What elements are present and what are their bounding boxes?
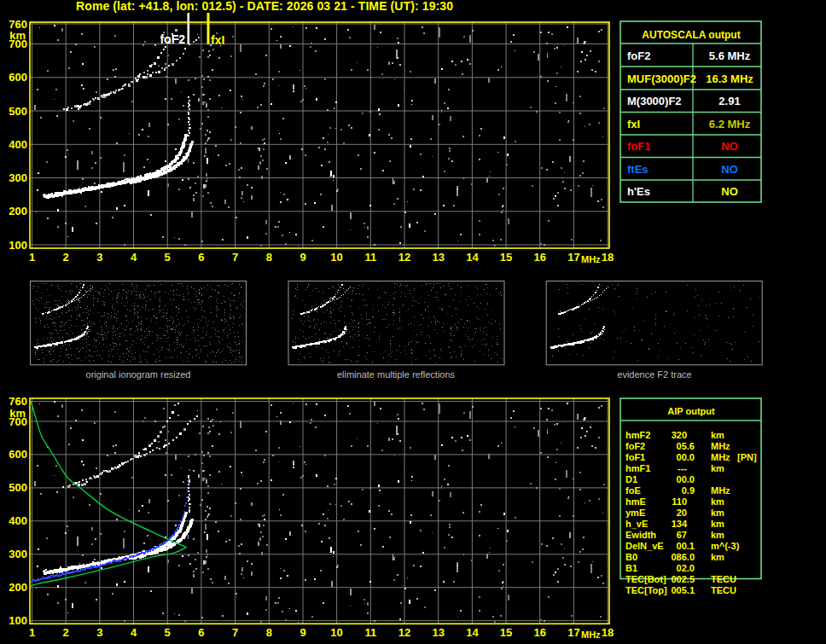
svg-text:h_vE: h_vE	[625, 519, 648, 529]
svg-text:foF2: foF2	[627, 49, 650, 62]
svg-text:6: 6	[198, 626, 204, 639]
svg-text:8: 8	[266, 626, 272, 639]
svg-text:m^(-3): m^(-3)	[711, 541, 740, 551]
svg-text:7: 7	[232, 626, 238, 639]
svg-text:0.9: 0.9	[682, 485, 695, 496]
svg-text:5: 5	[165, 251, 171, 264]
svg-text:hmE: hmE	[625, 496, 646, 507]
svg-text:500: 500	[9, 105, 27, 118]
svg-text:300: 300	[9, 548, 27, 560]
svg-text:005.1: 005.1	[671, 585, 695, 595]
svg-text:foF1: foF1	[627, 140, 650, 153]
svg-text:4: 4	[131, 251, 137, 264]
svg-text:100: 100	[9, 239, 27, 252]
svg-text:18: 18	[602, 251, 614, 264]
svg-text:foE: foE	[625, 485, 641, 496]
svg-text:MHz: MHz	[581, 629, 601, 640]
svg-text:00.0: 00.0	[677, 452, 695, 462]
svg-text:11: 11	[364, 626, 376, 639]
svg-text:002.5: 002.5	[671, 574, 695, 584]
svg-text:hmF1: hmF1	[625, 463, 650, 473]
svg-text:8: 8	[266, 251, 272, 264]
svg-text:11: 11	[364, 251, 376, 264]
svg-text:500: 500	[9, 481, 27, 494]
svg-text:02.0: 02.0	[677, 563, 695, 573]
svg-text:AIP output: AIP output	[667, 406, 715, 416]
svg-text:00.1: 00.1	[677, 541, 695, 551]
svg-text:MHz: MHz	[581, 254, 601, 264]
svg-text:9: 9	[300, 251, 305, 264]
svg-text:hmF2: hmF2	[625, 430, 650, 440]
svg-text:B1: B1	[625, 563, 637, 573]
svg-text:10: 10	[330, 251, 342, 264]
svg-text:13: 13	[432, 626, 444, 639]
svg-text:9: 9	[300, 626, 305, 639]
svg-text:16.3 MHz: 16.3 MHz	[706, 73, 753, 85]
svg-text:eliminate multiple reflections: eliminate multiple reflections	[337, 369, 456, 380]
svg-text:h'Es: h'Es	[627, 185, 650, 198]
svg-text:20: 20	[677, 508, 687, 518]
svg-text:TECU: TECU	[711, 574, 736, 584]
svg-text:---: ---	[678, 463, 687, 473]
svg-text:12: 12	[398, 251, 410, 264]
svg-text:12: 12	[398, 626, 410, 639]
svg-text:3: 3	[96, 626, 102, 639]
svg-text:1: 1	[29, 251, 35, 264]
svg-text:134: 134	[672, 519, 688, 529]
svg-text:fxI: fxI	[211, 33, 224, 47]
svg-text:km: km	[711, 519, 724, 529]
svg-text:18: 18	[602, 626, 614, 639]
svg-text:km: km	[711, 552, 724, 562]
svg-text:MHz: MHz	[711, 441, 730, 451]
svg-text:400: 400	[9, 138, 27, 151]
svg-text:14: 14	[466, 251, 479, 264]
svg-text:110: 110	[672, 496, 687, 507]
svg-text:AUTOSCALA output: AUTOSCALA output	[642, 29, 740, 41]
svg-text:MHz: MHz	[711, 485, 730, 496]
svg-text:MUF(3000)F2: MUF(3000)F2	[627, 73, 696, 85]
svg-text:300: 300	[9, 171, 27, 184]
svg-text:km: km	[711, 530, 724, 540]
svg-text:086.0: 086.0	[671, 552, 695, 562]
svg-text:km: km	[711, 463, 724, 473]
svg-text:15: 15	[500, 251, 512, 264]
svg-text:05.6: 05.6	[677, 441, 695, 451]
svg-text:3: 3	[96, 251, 102, 264]
svg-text:13: 13	[432, 251, 444, 264]
svg-text:MHz: MHz	[711, 452, 730, 462]
svg-text:16: 16	[533, 251, 545, 264]
svg-text:NO: NO	[721, 185, 738, 198]
svg-text:5: 5	[165, 626, 171, 639]
svg-text:foF2: foF2	[160, 32, 185, 46]
svg-text:200: 200	[9, 581, 27, 594]
svg-text:TEC[Top]: TEC[Top]	[625, 585, 667, 595]
svg-text:km: km	[711, 430, 724, 440]
svg-text:TECU: TECU	[711, 585, 736, 595]
svg-text:km: km	[711, 496, 724, 507]
svg-text:100: 100	[9, 614, 27, 627]
svg-text:Rome (lat: +41.8, lon: 012.5): Rome (lat: +41.8, lon: 012.5) - DATE: 20…	[76, 0, 453, 13]
svg-text:foF1: foF1	[625, 452, 645, 462]
svg-text:NO: NO	[721, 140, 738, 153]
svg-text:km: km	[9, 29, 26, 42]
svg-text:2: 2	[63, 251, 69, 264]
svg-text:00.0: 00.0	[677, 474, 695, 484]
svg-text:200: 200	[9, 205, 27, 218]
svg-text:D1: D1	[625, 474, 637, 484]
svg-text:original ionogram resized: original ionogram resized	[86, 369, 191, 380]
svg-text:1: 1	[29, 626, 35, 639]
svg-text:10: 10	[330, 626, 342, 639]
svg-text:km: km	[711, 508, 724, 518]
svg-text:7: 7	[232, 251, 238, 264]
svg-text:2.91: 2.91	[718, 95, 740, 107]
svg-text:15: 15	[500, 626, 512, 639]
svg-text:TEC[Bot]: TEC[Bot]	[625, 574, 666, 584]
svg-text:600: 600	[9, 448, 27, 461]
svg-text:M(3000)F2: M(3000)F2	[627, 95, 682, 107]
svg-text:320: 320	[672, 430, 687, 440]
svg-text:16: 16	[533, 626, 545, 639]
svg-text:km: km	[9, 407, 26, 420]
svg-text:foF2: foF2	[625, 441, 645, 451]
svg-text:fxI: fxI	[627, 118, 640, 131]
svg-text:evidence F2 trace: evidence F2 trace	[617, 369, 691, 380]
